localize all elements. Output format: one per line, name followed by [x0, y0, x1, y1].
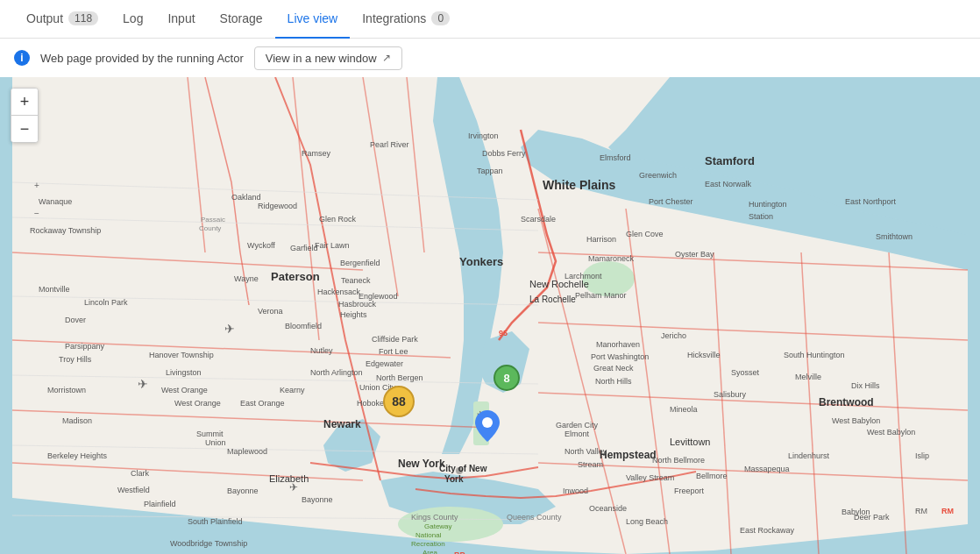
tab-integrations[interactable]: Integrations 0 — [350, 0, 462, 39]
svg-text:Hasbrouck: Hasbrouck — [338, 300, 377, 309]
svg-text:Stream: Stream — [578, 460, 603, 469]
svg-text:East Rockaway: East Rockaway — [740, 526, 795, 535]
tab-storage[interactable]: Storage — [208, 0, 275, 39]
svg-text:Oceanside: Oceanside — [589, 504, 627, 513]
svg-text:Newark: Newark — [323, 418, 361, 430]
blue-pin-marker[interactable] — [475, 410, 500, 445]
svg-text:Wanaque: Wanaque — [39, 197, 72, 206]
svg-text:Maplewood: Maplewood — [227, 447, 267, 456]
svg-text:+: + — [34, 181, 39, 190]
tab-output[interactable]: Output 118 — [14, 0, 110, 39]
svg-text:Port Chester: Port Chester — [649, 197, 693, 206]
svg-text:Fort Lee: Fort Lee — [379, 347, 408, 356]
svg-text:Port Washington: Port Washington — [591, 352, 649, 361]
svg-text:West Orange: West Orange — [161, 386, 208, 394]
svg-text:Irvington: Irvington — [468, 131, 499, 140]
tab-live-view[interactable]: Live view — [275, 0, 351, 39]
svg-text:York: York — [444, 474, 464, 484]
svg-text:Hempstead: Hempstead — [600, 449, 657, 461]
svg-text:Salisbury: Salisbury — [714, 390, 747, 399]
svg-text:Union: Union — [205, 438, 226, 447]
svg-text:−: − — [34, 209, 39, 218]
svg-text:Greenwich: Greenwich — [639, 171, 677, 180]
svg-text:Bayonne: Bayonne — [227, 487, 259, 495]
svg-text:Great Neck: Great Neck — [593, 364, 634, 373]
svg-text:North Valley: North Valley — [565, 447, 607, 456]
svg-text:Bellmore: Bellmore — [696, 472, 728, 480]
svg-text:County: County — [199, 224, 221, 232]
svg-text:Nutley: Nutley — [310, 346, 333, 355]
svg-text:Mamaroneck: Mamaroneck — [588, 254, 635, 263]
svg-text:North Bergen: North Bergen — [376, 373, 423, 382]
svg-text:Dix Hills: Dix Hills — [851, 381, 880, 390]
svg-text:95: 95 — [499, 329, 508, 337]
zoom-out-button[interactable]: − — [11, 116, 38, 142]
tab-input[interactable]: Input — [155, 0, 207, 39]
svg-text:White Plains: White Plains — [543, 178, 615, 192]
svg-text:Hackensack: Hackensack — [317, 288, 361, 296]
svg-text:✈: ✈ — [138, 377, 148, 391]
svg-text:Madison: Madison — [62, 416, 92, 425]
svg-text:Troy Hills: Troy Hills — [59, 355, 92, 364]
svg-text:La Rochelle: La Rochelle — [529, 295, 576, 304]
svg-text:Smithtown: Smithtown — [876, 232, 913, 241]
svg-text:Dover: Dover — [65, 316, 86, 324]
svg-text:Lindenhurst: Lindenhurst — [788, 451, 830, 460]
yellow-cluster-marker[interactable]: 88 — [383, 386, 415, 417]
svg-text:Bloomfield: Bloomfield — [285, 322, 322, 330]
svg-text:Levittown: Levittown — [670, 437, 710, 447]
svg-text:Cliffside Park: Cliffside Park — [372, 335, 418, 344]
svg-text:Paterson: Paterson — [271, 270, 320, 283]
svg-text:RM: RM — [915, 507, 927, 515]
info-icon: i — [14, 50, 30, 66]
svg-text:Manorhaven: Manorhaven — [596, 340, 640, 349]
svg-text:East Norwalk: East Norwalk — [705, 180, 752, 188]
view-in-new-window-button[interactable]: View in a new window ↗ — [254, 46, 402, 70]
svg-text:Yonkers: Yonkers — [459, 255, 503, 268]
pin-icon — [475, 410, 500, 442]
map-svg: Gateway National Recreation Area 95 BP M… — [0, 77, 980, 554]
external-link-icon: ↗ — [382, 52, 391, 64]
svg-text:Long Beach: Long Beach — [626, 517, 668, 526]
zoom-controls: + − — [11, 88, 39, 143]
svg-text:North Bellmore: North Bellmore — [652, 456, 705, 465]
svg-text:Islip: Islip — [915, 451, 929, 460]
tab-output-label: Output — [26, 11, 63, 25]
svg-text:Station: Station — [749, 212, 773, 221]
svg-text:North Arlington: North Arlington — [310, 368, 363, 377]
svg-text:Huntington: Huntington — [749, 200, 787, 209]
svg-text:East Orange: East Orange — [240, 399, 285, 408]
svg-text:Hanover Township: Hanover Township — [149, 351, 214, 359]
svg-text:RM: RM — [941, 507, 954, 515]
tab-integrations-badge: 0 — [431, 11, 450, 25]
svg-text:Montville: Montville — [39, 285, 70, 294]
svg-text:Elmont: Elmont — [565, 430, 590, 438]
svg-text:Berkeley Heights: Berkeley Heights — [47, 451, 108, 460]
svg-text:Westfield: Westfield — [117, 486, 150, 494]
svg-point-171 — [482, 417, 493, 428]
yellow-cluster-label: 88 — [392, 394, 406, 408]
svg-text:Fair Lawn: Fair Lawn — [315, 241, 350, 250]
svg-text:West Babylon: West Babylon — [867, 428, 915, 437]
zoom-in-button[interactable]: + — [11, 89, 38, 115]
svg-text:Melville: Melville — [795, 373, 821, 381]
map-container[interactable]: Gateway National Recreation Area 95 BP M… — [0, 77, 980, 554]
svg-text:New York: New York — [398, 458, 445, 470]
svg-text:Queens County: Queens County — [507, 513, 562, 522]
svg-text:BP: BP — [454, 550, 465, 554]
svg-text:Teaneck: Teaneck — [341, 276, 371, 285]
svg-text:Lincoln Park: Lincoln Park — [84, 298, 128, 307]
svg-text:Verona: Verona — [258, 307, 283, 316]
info-bar: i Web page provided by the running Actor… — [0, 39, 980, 77]
green-cluster-label: 8 — [503, 372, 509, 385]
svg-text:Scarsdale: Scarsdale — [521, 215, 556, 224]
svg-text:Garfield: Garfield — [290, 244, 318, 252]
svg-text:Parsippany: Parsippany — [65, 342, 105, 351]
svg-text:Glen Rock: Glen Rock — [319, 215, 357, 224]
svg-text:Bergenfield: Bergenfield — [340, 259, 380, 267]
green-cluster-marker[interactable]: 8 — [494, 365, 520, 391]
svg-text:Oakland: Oakland — [231, 193, 261, 202]
tab-log[interactable]: Log — [110, 0, 155, 39]
svg-text:East Northport: East Northport — [845, 197, 897, 206]
svg-text:Wayne: Wayne — [234, 274, 259, 283]
